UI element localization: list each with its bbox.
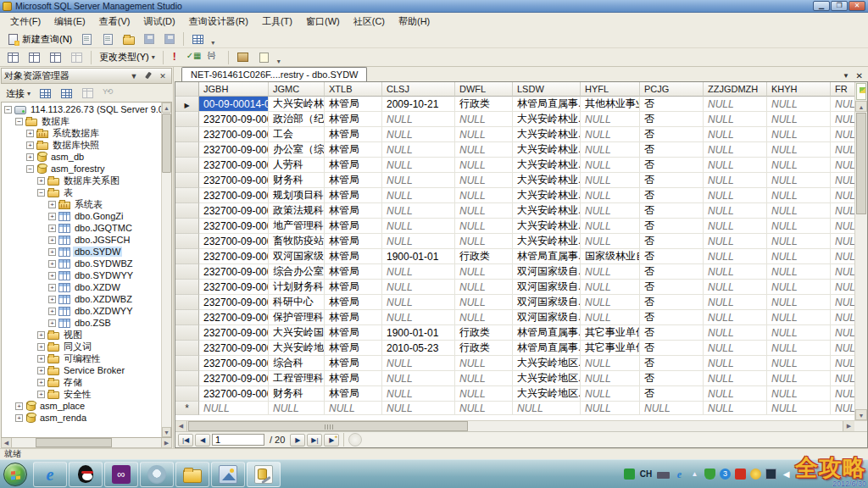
grid-cell[interactable]: NULL [831,188,854,203]
row-marker[interactable] [175,325,199,341]
tray-yellow-icon[interactable] [750,469,761,480]
grid-cell[interactable]: NULL [704,341,767,356]
tree-item[interactable]: −114.113.226.73 (SQL Server 9.0.3042 - [2,103,161,115]
tree-expander-icon[interactable]: + [48,248,56,256]
tree-item[interactable]: +可编程性 [2,352,161,364]
row-marker[interactable] [175,264,199,280]
row-marker[interactable] [175,371,199,386]
row-header-corner[interactable] [175,82,199,97]
taskbar-app-sqltool[interactable] [247,462,281,487]
grid-cell[interactable]: NULL [831,112,854,127]
grid-cell[interactable]: NULL [767,112,831,127]
scroll-down-icon[interactable]: ▼ [855,409,867,420]
tree-expander-icon[interactable]: − [4,106,12,114]
tray-ch-icon[interactable]: CH [639,469,653,480]
taskbar-app-chrome[interactable] [140,462,174,487]
grid-cell[interactable]: NULL [455,264,513,280]
grid-cell[interactable]: 林管局 [325,219,382,234]
grid-cell[interactable]: NULL [704,173,767,188]
tree-item[interactable]: +安全性 [2,388,161,400]
grid-cell[interactable]: NULL [382,386,455,402]
scroll-up-icon[interactable]: ▲ [162,103,171,113]
toolbar-overflow-icon[interactable]: ▾ [211,39,214,47]
grid-cell[interactable]: NULL [767,371,831,386]
row-marker[interactable] [175,112,199,127]
grid-cell[interactable]: NULL [455,386,513,402]
tab-list-chevron-icon[interactable]: ▼ [843,72,849,80]
grid-cell[interactable]: 否 [640,264,704,280]
grid-cell[interactable]: NULL [455,203,513,219]
grid-cell[interactable]: NULL [767,402,831,415]
grid-cell[interactable]: NULL [831,341,854,356]
tree-item[interactable]: +dbo.SYDWYY [2,269,161,281]
grid-cell[interactable]: 工程管理科 [269,371,325,386]
column-header[interactable]: JGBH [199,82,269,97]
tree-item[interactable]: +视图 [2,329,161,341]
execute-sql-button[interactable]: ! [168,50,181,65]
tree-item[interactable]: +dbo.GongZi [2,210,161,222]
grid-cell[interactable]: NULL [581,127,640,142]
grid-cell[interactable]: 232700-09-0001... [199,234,269,249]
column-header[interactable]: XTLB [325,82,382,97]
grid-cell[interactable]: NULL [581,280,640,295]
grid-cell[interactable]: NULL [382,188,455,203]
grid-cell[interactable]: NULL [704,112,767,127]
first-record-button[interactable]: |◀ [178,434,193,446]
grid-cell[interactable]: NULL [581,158,640,173]
grid-cell[interactable]: 2009-10-21 [382,97,455,112]
grid-cell[interactable]: 林管局 [325,249,382,264]
grid-cell[interactable]: 综合科 [269,356,325,371]
column-header[interactable]: FR [831,82,854,97]
grid-cell[interactable]: 大兴安岭地区... [513,371,581,386]
grid-cell[interactable]: NULL [767,97,831,112]
grid-cell[interactable]: NULL [831,325,854,341]
grid-cell[interactable]: 232700-09-0001... [199,280,269,295]
grid-cell[interactable]: 计划财务科 [269,280,325,295]
grid-cell[interactable]: NULL [704,234,767,249]
grid-cell[interactable]: 规划项目科 [269,188,325,203]
taskbar-app-folderwin[interactable] [175,462,209,487]
grid-cell[interactable]: NULL [767,356,831,371]
row-marker[interactable] [175,173,199,188]
tray-vol-icon[interactable]: ◀ [781,469,792,480]
grid-cell[interactable]: NULL [704,280,767,295]
grid-cell[interactable]: 232700-09-0001... [199,310,269,325]
taskbar-app-ie[interactable]: e [33,462,67,487]
taskbar-app-photo[interactable] [211,462,245,487]
grid-cell[interactable]: NULL [581,188,640,203]
tray-mon-icon[interactable] [765,469,776,480]
grid-cell[interactable]: NULL [455,158,513,173]
grid-cell[interactable]: NULL [767,234,831,249]
grid-cell[interactable]: NULL [455,188,513,203]
scrollbar-thumb[interactable] [188,421,468,431]
tree-expander-icon[interactable]: + [37,343,45,351]
grid-cell[interactable]: 行政类 [455,97,513,112]
grid-cell[interactable]: 否 [640,158,704,173]
grid-cell[interactable]: 大兴安岭地区... [513,386,581,402]
menu-item[interactable]: 帮助(H) [392,13,437,30]
grid-cell[interactable]: 232700-09-0001... [199,219,269,234]
verify-sql-button[interactable]: ✓▦ [183,50,203,65]
grid-cell[interactable]: 林管局 [325,127,382,142]
grid-cell[interactable]: 232700-09-0001... [199,158,269,173]
grid-cell[interactable]: NULL [581,173,640,188]
grid-cell[interactable]: 否 [640,142,704,158]
grid-cell[interactable]: NULL [767,158,831,173]
scrollbar-top-icon[interactable] [856,83,866,100]
show-diagram-pane-button[interactable] [3,50,23,65]
grid-cell[interactable]: NULL [455,356,513,371]
scrollbar-thumb[interactable] [36,438,112,447]
menu-item[interactable]: 查看(V) [92,13,137,30]
grid-cell[interactable]: NULL [831,280,854,295]
grid-cell[interactable]: NULL [455,310,513,325]
column-header[interactable]: CLSJ [382,82,455,97]
row-marker[interactable] [175,295,199,310]
grid-cell[interactable]: NULL [767,142,831,158]
tree-item[interactable]: +数据库快照 [2,139,161,151]
scroll-left-icon[interactable]: ◀ [175,421,187,431]
grid-cell[interactable]: 大兴安岭地区... [269,341,325,356]
grid-cell[interactable]: NULL [581,402,640,415]
tree-expander-icon[interactable]: − [37,189,45,197]
row-marker[interactable] [175,188,199,203]
grid-cell[interactable]: 林管局 [325,188,382,203]
